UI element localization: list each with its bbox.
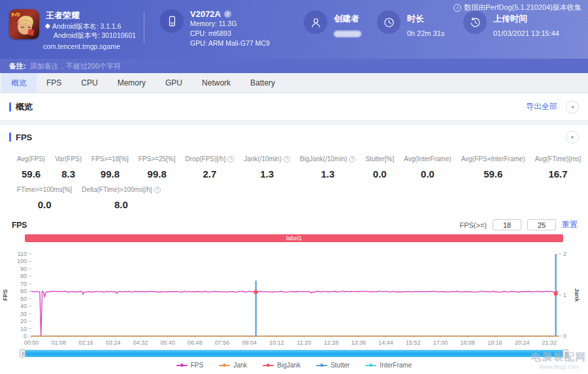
chart-scrollbar[interactable]	[25, 350, 563, 357]
app-package: com.tencent.tmgp.sgame	[43, 42, 136, 51]
legend-item-bigjank[interactable]: BigJank	[263, 362, 301, 369]
tab-cpu[interactable]: CPU	[71, 73, 107, 93]
app-version-name: Android版本名: 3.1.1.6	[52, 22, 122, 31]
reset-link[interactable]: 重置	[562, 219, 578, 230]
svg-text:00:00: 00:00	[24, 339, 39, 346]
tab-memory[interactable]: Memory	[108, 73, 155, 93]
fps-threshold-input-1[interactable]	[493, 219, 521, 230]
device-info-icon[interactable]: i	[224, 10, 231, 18]
svg-text:50: 50	[20, 296, 27, 302]
stat-label-avg-fps: Avg(FPS)	[17, 155, 45, 163]
tab-network[interactable]: Network	[192, 73, 240, 93]
legend-item-interframe[interactable]: InterFrame	[365, 362, 412, 369]
svg-text:20: 20	[20, 318, 27, 324]
svg-text:20:24: 20:24	[515, 339, 530, 346]
stat-ftime-ge-100ms: FTime>=100ms[%]0.0	[17, 186, 72, 210]
stat-label-stutter: Stutter[%]	[365, 155, 394, 163]
stat-stutter: Stutter[%]0.0	[365, 155, 394, 179]
fps-stats-row-2: FTime>=100ms[%]0.0Delta(FTime)>100ms[/h]…	[0, 186, 588, 210]
fps-threshold-label: FPS(>=)	[459, 221, 487, 229]
stat-avg-ftime: Avg(FTime)[ms]16.7	[535, 155, 581, 179]
scrollbar-handle-left[interactable]	[20, 349, 25, 358]
svg-text:21:32: 21:32	[542, 339, 557, 346]
fps-chart-title: FPS	[12, 221, 27, 230]
svg-text:0: 0	[563, 333, 566, 339]
fps-line-chart[interactable]: 0102030405060708090100110FPS012Jank00:00…	[0, 243, 588, 348]
svg-text:09:04: 09:04	[242, 339, 257, 346]
tab-fps[interactable]: FPS	[37, 73, 71, 93]
svg-text:04:32: 04:32	[133, 339, 148, 346]
svg-text:0: 0	[24, 333, 27, 339]
tab-overview[interactable]: 概览	[1, 73, 37, 93]
stat-label-fps-ge-18: FPS>=18[%]	[91, 155, 129, 163]
stat-label-drop-fps: Drop(FPS)[/h]?	[186, 155, 235, 163]
stat-value-stutter: 0.0	[365, 168, 394, 179]
chart-label1-text: label1	[286, 235, 302, 242]
stat-jank-per-10min: Jank(/10min)?1.3	[244, 155, 290, 179]
tab-battery[interactable]: Battery	[240, 73, 285, 93]
help-icon[interactable]: ?	[284, 156, 290, 163]
overview-section: 概览 导出全部 ◂	[0, 93, 588, 121]
legend-item-jank[interactable]: Jank	[219, 362, 247, 369]
user-icon	[304, 10, 327, 34]
stat-label-var-fps: Var(FPS)	[55, 155, 82, 163]
svg-text:30: 30	[20, 311, 27, 317]
app-version-code: Android版本号: 301010601	[46, 31, 136, 40]
stat-label-ftime-ge-100ms: FTime>=100ms[%]	[17, 186, 72, 193]
svg-text:18:08: 18:08	[460, 339, 475, 346]
collapse-fps-button[interactable]: ▾	[566, 131, 579, 144]
help-icon[interactable]: ?	[154, 187, 161, 193]
svg-text:03:24: 03:24	[106, 339, 121, 346]
tab-bar: 概览FPSCPUMemoryGPUNetworkBattery	[0, 73, 588, 93]
stat-label-avg-interframe: Avg(InterFrame)	[404, 155, 451, 163]
svg-text:Jank: Jank	[574, 288, 580, 303]
stat-label-jank-per-10min: Jank(/10min)?	[244, 155, 290, 163]
diamond-icon	[45, 23, 50, 29]
stat-value-ftime-ge-100ms: 0.0	[17, 199, 72, 210]
tab-gpu[interactable]: GPU	[155, 73, 192, 93]
duration-block: 时长 0h 22m 31s	[377, 9, 463, 37]
export-all-link[interactable]: 导出全部	[526, 101, 557, 112]
device-gpu: GPU: ARM Mali-G77 MC9	[190, 39, 270, 48]
stat-value-drop-fps: 2.7	[186, 168, 235, 179]
collect-info: i 数据由PerfDog(5.1.210204)版本收集	[453, 3, 581, 12]
stat-label-bigjank-per-10min: BigJank(/10min)?	[300, 155, 355, 163]
fps-chart-area[interactable]: 0102030405060708090100110FPS012Jank00:00…	[0, 243, 588, 348]
svg-text:05:40: 05:40	[160, 339, 175, 346]
svg-text:110: 110	[18, 251, 27, 257]
svg-text:13:36: 13:36	[351, 339, 367, 346]
help-icon[interactable]: ?	[227, 156, 234, 163]
creator-name-redacted	[334, 31, 361, 37]
title-accent-bar	[9, 132, 11, 142]
scrollbar-handle-right[interactable]	[563, 349, 568, 358]
perfdog-report-page: i 数据由PerfDog(5.1.210204)版本收集	[0, 0, 588, 374]
stat-value-avg-interframe: 0.0	[404, 168, 451, 179]
collapse-left-button[interactable]: ◂	[566, 101, 579, 114]
legend-item-fps[interactable]: FPS	[176, 362, 203, 369]
header: i 数据由PerfDog(5.1.210204)版本收集	[0, 0, 588, 59]
stat-value-avg-fps: 59.6	[17, 168, 45, 179]
device-memory: Memory: 11.3G	[190, 19, 270, 29]
help-icon[interactable]: ?	[349, 156, 355, 163]
section-gap	[0, 121, 588, 125]
stat-value-delta-ftime-gt-100ms: 8.0	[82, 199, 161, 210]
remark-bar[interactable]: 备注: 添加备注，不超过200个字符	[0, 59, 588, 73]
fps-section: FPS ▾ Avg(FPS)59.6Var(FPS)8.3FPS>=18[%]9…	[0, 125, 588, 369]
device-cpu: CPU: mt6893	[190, 29, 270, 39]
legend-item-stutter[interactable]: Stutter	[316, 362, 350, 369]
svg-text:17:00: 17:00	[433, 339, 448, 346]
svg-text:01:08: 01:08	[51, 339, 66, 346]
svg-text:1: 1	[563, 292, 566, 298]
upload-time-label: 上传时间	[493, 13, 559, 25]
remark-label: 备注:	[9, 61, 26, 71]
svg-text:80: 80	[20, 273, 27, 279]
fps-threshold-input-2[interactable]	[527, 219, 556, 230]
stat-avg-interframe: Avg(InterFrame)0.0	[404, 155, 451, 179]
upload-time-icon	[463, 10, 487, 34]
stat-label-fps-ge-25: FPS>=25[%]	[139, 155, 176, 163]
stat-value-avg-fps-interframe: 59.6	[461, 168, 525, 179]
stat-avg-fps: Avg(FPS)59.6	[17, 155, 45, 179]
stat-value-var-fps: 8.3	[55, 168, 82, 179]
stat-value-jank-per-10min: 1.3	[244, 168, 290, 179]
svg-text:14:44: 14:44	[378, 339, 393, 346]
